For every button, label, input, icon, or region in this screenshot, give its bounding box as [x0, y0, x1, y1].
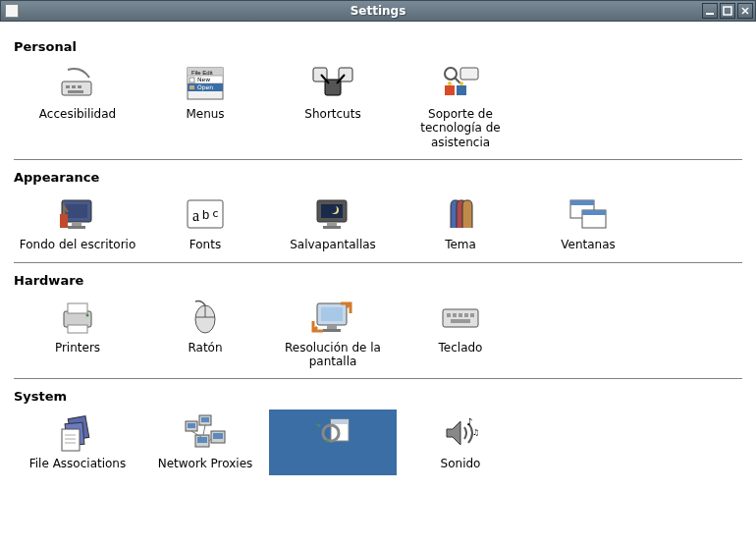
svg-rect-55	[323, 329, 341, 332]
svg-rect-76	[197, 437, 207, 443]
svg-rect-47	[68, 325, 87, 333]
items-row: PrintersRatónResolución de la pantallaTe…	[14, 294, 742, 373]
svg-text:c: c	[212, 207, 219, 220]
settings-item[interactable]: abcFonts	[141, 191, 269, 255]
svg-rect-56	[443, 309, 478, 327]
svg-text:Open: Open	[197, 83, 213, 91]
settings-item[interactable]: Ventanas	[524, 191, 652, 255]
settings-item[interactable]: ♪♫Sonido	[397, 410, 524, 474]
svg-rect-39	[327, 222, 337, 226]
items-row: Fondo del escritorioabcFontsSalvapantall…	[14, 191, 742, 255]
settings-item-label: Shortcuts	[273, 107, 393, 121]
settings-item[interactable]: Network Proxies	[141, 410, 269, 474]
items-row: AccesibilidadFile EditNewOpenMenusShortc…	[14, 60, 742, 153]
settings-item[interactable]: File EditNewOpenMenus	[141, 60, 269, 153]
svg-text:♫: ♫	[472, 428, 479, 437]
settings-item-label: Sesiones	[273, 457, 393, 470]
svg-rect-40	[323, 226, 341, 229]
resolution-icon	[309, 298, 356, 337]
settings-item-label: Soporte de tecnología de asistencia	[401, 107, 520, 149]
svg-rect-23	[457, 85, 466, 95]
svg-rect-0	[706, 13, 714, 15]
settings-item-label: Ratón	[145, 341, 265, 355]
window-controls	[702, 3, 753, 19]
svg-rect-3	[66, 85, 70, 88]
minimize-button[interactable]	[702, 3, 718, 19]
settings-item[interactable]: Tema	[397, 191, 524, 255]
svg-point-38	[329, 205, 337, 213]
svg-point-24	[448, 82, 452, 85]
settings-item-label: Fondo del escritorio	[18, 238, 137, 251]
svg-rect-58	[453, 313, 457, 317]
settings-item-label: Tema	[401, 238, 520, 251]
printer-icon	[54, 298, 101, 337]
window-icon	[5, 4, 19, 18]
settings-item-label: File Associations	[18, 457, 137, 470]
items-row: File AssociationsNetwork ProxiesSesiones…	[14, 410, 742, 474]
svg-rect-57	[447, 313, 451, 317]
settings-item-label: Menus	[145, 107, 265, 121]
svg-line-78	[203, 425, 205, 435]
settings-item[interactable]: File Associations	[14, 410, 141, 474]
settings-item-label: Teclado	[401, 341, 520, 355]
wallpaper-icon	[54, 194, 101, 234]
settings-item[interactable]: Teclado	[397, 294, 524, 373]
close-button[interactable]	[737, 3, 753, 19]
svg-rect-44	[582, 210, 606, 215]
svg-rect-65	[62, 429, 80, 451]
svg-rect-74	[213, 433, 223, 439]
window-titlebar: Settings	[0, 0, 756, 22]
settings-item[interactable]: Salvapantallas	[269, 191, 397, 255]
settings-item-label: Network Proxies	[145, 457, 265, 470]
settings-item[interactable]: Printers	[14, 294, 141, 373]
svg-rect-30	[60, 214, 68, 228]
svg-text:♪: ♪	[466, 416, 472, 427]
category-separator	[14, 262, 742, 263]
settings-item[interactable]: Resolución de la pantalla	[269, 294, 397, 373]
keyboard-accessibility-icon	[54, 64, 101, 103]
svg-rect-27	[66, 204, 87, 218]
settings-item[interactable]: Accesibilidad	[14, 60, 141, 153]
svg-rect-82	[331, 419, 349, 424]
svg-point-48	[86, 313, 89, 316]
sessions-icon	[309, 413, 356, 453]
settings-item-label: Sonido	[401, 457, 520, 470]
svg-rect-15	[189, 85, 194, 89]
settings-item-label: Fonts	[145, 238, 265, 251]
svg-line-20	[455, 78, 460, 83]
svg-rect-28	[72, 222, 81, 226]
svg-text:a: a	[192, 207, 199, 224]
svg-rect-6	[68, 90, 83, 93]
svg-rect-14	[189, 78, 194, 82]
svg-rect-42	[570, 200, 594, 205]
svg-rect-72	[201, 417, 209, 422]
settings-item[interactable]: Shortcuts	[269, 60, 397, 153]
settings-item-label: Accesibilidad	[18, 107, 137, 121]
settings-item[interactable]: Fondo del escritorio	[14, 191, 141, 255]
svg-rect-21	[460, 68, 478, 80]
menus-icon: File EditNewOpen	[182, 64, 229, 103]
svg-rect-60	[464, 313, 468, 317]
maximize-button[interactable]	[720, 3, 735, 19]
category-separator	[14, 159, 742, 160]
category-title: Hardware	[14, 273, 742, 288]
svg-text:b: b	[202, 207, 209, 222]
settings-item[interactable]: Soporte de tecnología de asistencia	[397, 60, 524, 153]
svg-rect-46	[68, 303, 87, 313]
category-section: AppearanceFondo del escritorioabcFontsSa…	[14, 170, 742, 255]
category-separator	[14, 378, 742, 379]
settings-item[interactable]: Ratón	[141, 294, 269, 373]
svg-rect-54	[327, 325, 337, 329]
window-title: Settings	[351, 4, 406, 18]
keyboard-icon	[437, 298, 484, 337]
windows-icon	[565, 194, 612, 234]
assistive-tech-icon	[437, 64, 484, 103]
mouse-icon	[182, 298, 229, 337]
proxies-icon	[182, 413, 229, 453]
category-title: Personal	[14, 39, 742, 54]
settings-item[interactable]: Sesiones	[269, 410, 397, 474]
sound-icon: ♪♫	[437, 413, 484, 453]
settings-item-label: Ventanas	[528, 238, 648, 251]
theme-icon	[437, 194, 484, 234]
settings-content: PersonalAccesibilidadFile EditNewOpenMen…	[0, 22, 756, 546]
